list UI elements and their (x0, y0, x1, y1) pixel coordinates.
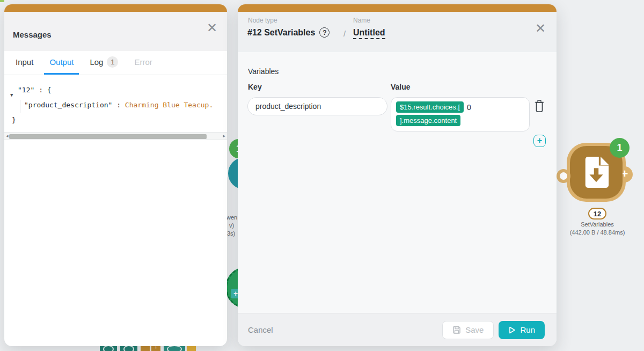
variable-reference-tag: $15.result.choices.[ (396, 101, 464, 113)
variable-value-input[interactable]: $15.result.choices.[ 0 ].message.content (391, 97, 530, 131)
variable-reference-tag: ].message.content (396, 115, 460, 126)
save-button-label: Save (465, 325, 484, 334)
workflow-edge-fragment (0, 0, 4, 2)
play-icon (508, 326, 516, 334)
node-input-port[interactable] (557, 169, 570, 183)
key-column-label: Key (248, 83, 262, 91)
close-icon[interactable]: ✕ (207, 21, 217, 34)
run-button-label: Run (520, 325, 535, 334)
json-value: Charming Blue Teacup. (125, 101, 213, 109)
floppy-save-icon (452, 326, 461, 334)
node-type-label: Node type (248, 17, 277, 24)
collapse-triangle-icon[interactable]: ▼ (10, 87, 13, 103)
node-editor-footer: Cancel Save Run (238, 313, 557, 346)
hidden-node-stats-fragment: 3s) (227, 230, 235, 237)
panel-accent-bar (238, 4, 557, 12)
delete-variable-button[interactable] (533, 100, 546, 114)
node-run-count-badge: 1 (610, 138, 630, 158)
node-name-editable[interactable]: Untitled (353, 28, 385, 39)
tab-output[interactable]: Output (44, 51, 79, 75)
name-label: Name (353, 17, 370, 24)
scroll-left-icon[interactable]: ◂ (6, 133, 9, 138)
node-stats-label: (442.00 B / 48.84ms) (554, 229, 640, 236)
save-button[interactable]: Save (442, 321, 494, 339)
variables-section-title: Variables (248, 67, 279, 76)
tab-label: Error (134, 57, 152, 67)
help-icon[interactable]: ? (319, 27, 330, 38)
tab-log[interactable]: Log 1 (84, 51, 123, 75)
panel-title: Messages (13, 30, 52, 39)
node-type-value: #12 SetVariables ? (247, 27, 330, 38)
tab-label: Input (16, 57, 33, 67)
tab-error[interactable]: Error (129, 51, 157, 75)
tab-label: Log (90, 57, 103, 67)
messages-panel-header: Messages (4, 12, 227, 51)
trash-icon (533, 100, 545, 113)
hidden-node-label-fragment: v) (229, 222, 234, 229)
horizontal-scrollbar[interactable]: ◂ ▸ (4, 132, 227, 140)
breadcrumb-separator: / (343, 29, 346, 38)
value-column-label: Value (391, 83, 411, 91)
tab-input[interactable]: Input (10, 51, 39, 75)
messages-panel: Messages ✕ Input Output Log 1 Error ▼ "1… (4, 4, 227, 346)
node-type-text: #12 SetVariables (247, 28, 315, 38)
json-line: } (4, 113, 227, 128)
messages-tab-bar: Input Output Log 1 Error (4, 51, 227, 75)
json-indent-guide (20, 100, 20, 113)
node-editor-panel: Node type Name #12 SetVariables ? / Unti… (238, 4, 557, 346)
log-count-badge: 1 (107, 56, 118, 68)
json-line: "12" : { (4, 83, 227, 98)
scroll-right-icon[interactable]: ▸ (223, 133, 225, 138)
json-line: "product_description" : Charming Blue Te… (4, 98, 227, 113)
cancel-button[interactable]: Cancel (248, 325, 273, 334)
json-separator: : (112, 101, 125, 109)
tab-label: Output (49, 57, 74, 67)
hidden-node-label-fragment: wen (226, 214, 237, 221)
add-variable-button[interactable]: + (533, 135, 546, 147)
node-name-label: SetVariables (560, 221, 635, 228)
json-output-viewer: ▼ "12" : { "product_description" : Charm… (4, 83, 227, 128)
panel-accent-bar (4, 4, 227, 12)
close-icon[interactable]: ✕ (535, 22, 546, 35)
scrollbar-thumb[interactable] (9, 134, 207, 139)
value-plain-text: 0 (467, 103, 471, 112)
node-id-pill: 12 (588, 208, 606, 220)
json-key: "product_description" (24, 101, 112, 109)
variable-key-input[interactable] (247, 97, 387, 115)
run-button[interactable]: Run (499, 321, 545, 339)
file-download-icon (582, 156, 611, 189)
